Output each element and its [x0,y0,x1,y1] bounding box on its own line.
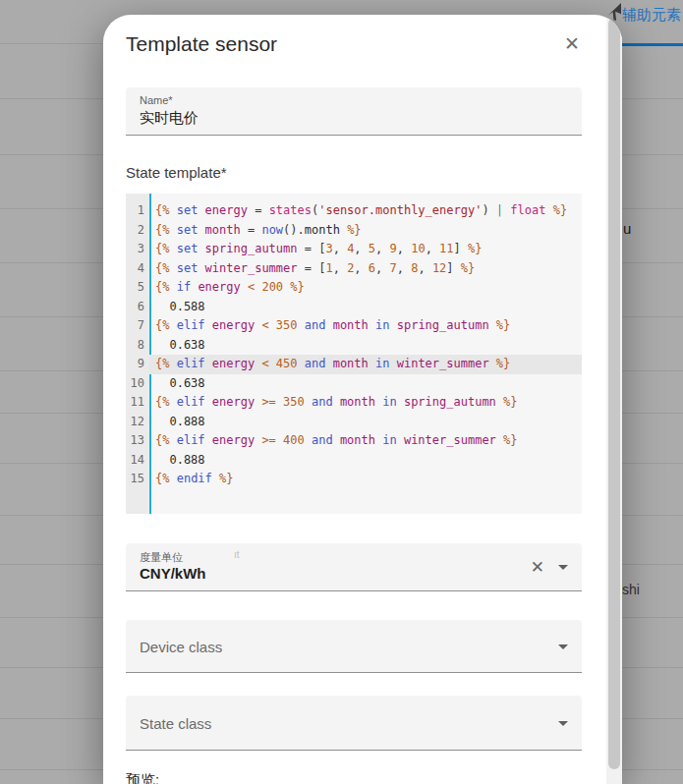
scrollbar-thumb[interactable] [608,18,620,769]
unit-field-value: CNY/kWh [140,565,206,582]
code-line: 4{% set winter_summer = [1, 2, 6, 7, 8, … [126,259,582,279]
clear-icon[interactable]: ✕ [531,557,544,578]
close-icon[interactable]: ✕ [562,31,582,57]
code-line: 9{% elif energy < 450 and month in winte… [126,355,582,374]
code-line: 6 0.588 [126,298,582,317]
dialog-scrollbar[interactable] [606,15,622,784]
code-line: 11{% elif energy >= 350 and month in spr… [126,393,582,413]
code-line: 2{% set month = now().month %} [126,221,582,241]
tab-helpers: 辅助元素 [622,6,681,25]
name-field-label: Name* [140,94,173,106]
unit-of-measurement-field[interactable]: 度量单位 ıt CNY/kWh ✕ [126,543,582,591]
code-line: 12 0.888 [126,413,582,432]
code-line: 13{% elif energy >= 400 and month in win… [126,431,582,451]
code-editor-lines: 1{% set energy = states('sensor.monthly_… [126,194,582,489]
code-line: 10 0.638 [126,374,582,394]
bg-text-fragment: u [623,220,631,237]
code-line: 8 0.638 [126,336,582,356]
code-line: 7{% elif energy < 350 and month in sprin… [126,316,582,336]
unit-field-ghost-text: ıt [234,549,240,560]
state-class-label: State class [140,714,211,731]
code-line: 5{% if energy < 200 %} [126,278,582,298]
chevron-down-icon[interactable] [558,565,568,570]
bg-text-fragment: shi [622,582,640,597]
state-template-editor[interactable]: 1{% set energy = states('sensor.monthly_… [126,194,582,514]
screen: 辅助元素 u shi Template sensor ✕ Name* 实时电价 … [0,0,683,784]
chevron-down-icon[interactable] [558,721,568,726]
name-field-value: 实时电价 [140,109,199,128]
code-line: 15{% endif %} [126,470,582,489]
code-line: 14 0.888 [126,451,582,471]
state-class-select[interactable]: State class [126,696,582,751]
name-field[interactable]: Name* 实时电价 [126,87,582,136]
state-template-label: State template* [126,164,582,181]
tab-active-indicator [622,43,683,46]
preview-label: 预览: [126,771,582,784]
dialog-title: Template sensor [126,31,277,57]
code-line: 3{% set spring_autumn = [3, 4, 5, 9, 10,… [126,240,582,259]
dialog-content: Template sensor ✕ Name* 实时电价 State templ… [126,15,582,784]
chevron-down-icon[interactable] [558,644,568,649]
device-class-label: Device class [140,638,222,654]
template-sensor-dialog: Template sensor ✕ Name* 实时电价 State templ… [103,15,622,784]
code-line: 1{% set energy = states('sensor.monthly_… [126,201,582,221]
unit-field-label: 度量单位 [140,550,183,565]
dialog-header: Template sensor ✕ [126,31,582,57]
device-class-select[interactable]: Device class [126,620,582,673]
